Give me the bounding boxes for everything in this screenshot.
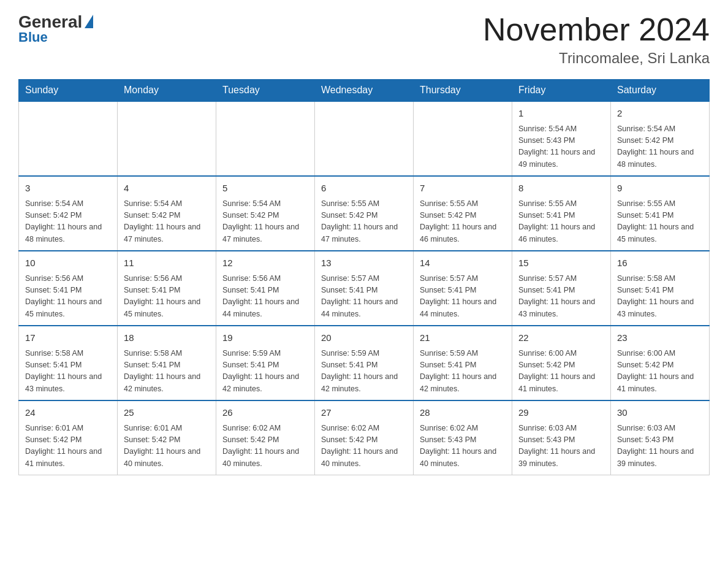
day-info: Sunrise: 5:56 AM Sunset: 5:41 PM Dayligh…: [222, 273, 308, 321]
day-number: 28: [420, 406, 506, 420]
calendar-cell: 15Sunrise: 5:57 AM Sunset: 5:41 PM Dayli…: [512, 251, 611, 326]
day-number: 21: [420, 331, 506, 345]
weekday-header-friday: Friday: [512, 80, 611, 102]
day-number: 23: [617, 331, 703, 345]
day-info: Sunrise: 6:02 AM Sunset: 5:42 PM Dayligh…: [321, 423, 407, 470]
calendar-cell: 22Sunrise: 6:00 AM Sunset: 5:42 PM Dayli…: [512, 326, 611, 400]
day-number: 29: [518, 406, 604, 420]
day-number: 27: [321, 406, 407, 420]
calendar-table: SundayMondayTuesdayWednesdayThursdayFrid…: [18, 79, 710, 475]
location-subtitle: Trincomalee, Sri Lanka: [483, 50, 710, 67]
day-info: Sunrise: 5:54 AM Sunset: 5:42 PM Dayligh…: [124, 198, 210, 246]
day-number: 16: [617, 256, 703, 270]
day-number: 11: [124, 256, 210, 270]
calendar-cell: 6Sunrise: 5:55 AM Sunset: 5:42 PM Daylig…: [315, 176, 414, 251]
day-number: 22: [518, 331, 604, 345]
day-number: 20: [321, 331, 407, 345]
calendar-cell: 4Sunrise: 5:54 AM Sunset: 5:42 PM Daylig…: [118, 176, 216, 251]
calendar-cell: 13Sunrise: 5:57 AM Sunset: 5:41 PM Dayli…: [315, 251, 414, 326]
calendar-cell: 11Sunrise: 5:56 AM Sunset: 5:41 PM Dayli…: [118, 251, 216, 326]
calendar-week-row: 17Sunrise: 5:58 AM Sunset: 5:41 PM Dayli…: [19, 326, 710, 400]
day-info: Sunrise: 5:54 AM Sunset: 5:42 PM Dayligh…: [25, 198, 111, 246]
day-info: Sunrise: 5:56 AM Sunset: 5:41 PM Dayligh…: [25, 273, 111, 321]
calendar-cell: 17Sunrise: 5:58 AM Sunset: 5:41 PM Dayli…: [19, 326, 118, 400]
calendar-cell: 20Sunrise: 5:59 AM Sunset: 5:41 PM Dayli…: [315, 326, 414, 400]
calendar-cell: 24Sunrise: 6:01 AM Sunset: 5:42 PM Dayli…: [19, 400, 118, 475]
page-header: General Blue November 2024 Trincomalee, …: [18, 12, 710, 67]
day-info: Sunrise: 6:02 AM Sunset: 5:42 PM Dayligh…: [222, 423, 308, 470]
calendar-cell: 28Sunrise: 6:02 AM Sunset: 5:43 PM Dayli…: [414, 400, 512, 475]
day-number: 7: [420, 182, 506, 196]
day-number: 25: [124, 406, 210, 420]
day-number: 10: [25, 256, 111, 270]
day-info: Sunrise: 6:00 AM Sunset: 5:42 PM Dayligh…: [617, 348, 703, 396]
calendar-cell: [118, 101, 216, 176]
day-info: Sunrise: 6:03 AM Sunset: 5:43 PM Dayligh…: [617, 423, 703, 470]
calendar-cell: 18Sunrise: 5:58 AM Sunset: 5:41 PM Dayli…: [118, 326, 216, 400]
calendar-week-row: 10Sunrise: 5:56 AM Sunset: 5:41 PM Dayli…: [19, 251, 710, 326]
day-info: Sunrise: 5:54 AM Sunset: 5:42 PM Dayligh…: [617, 123, 703, 171]
day-info: Sunrise: 5:58 AM Sunset: 5:41 PM Dayligh…: [617, 273, 703, 321]
day-number: 3: [25, 182, 111, 196]
calendar-cell: [414, 101, 512, 176]
calendar-cell: 5Sunrise: 5:54 AM Sunset: 5:42 PM Daylig…: [216, 176, 315, 251]
day-number: 9: [617, 182, 703, 196]
day-number: 12: [222, 256, 308, 270]
month-year-title: November 2024: [483, 12, 710, 47]
weekday-header-saturday: Saturday: [611, 80, 710, 102]
calendar-cell: 26Sunrise: 6:02 AM Sunset: 5:42 PM Dayli…: [216, 400, 315, 475]
day-number: 6: [321, 182, 407, 196]
day-info: Sunrise: 5:54 AM Sunset: 5:42 PM Dayligh…: [222, 198, 308, 246]
weekday-header-monday: Monday: [118, 80, 216, 102]
day-number: 13: [321, 256, 407, 270]
day-number: 1: [518, 107, 604, 121]
calendar-cell: 23Sunrise: 6:00 AM Sunset: 5:42 PM Dayli…: [611, 326, 710, 400]
calendar-cell: 30Sunrise: 6:03 AM Sunset: 5:43 PM Dayli…: [611, 400, 710, 475]
weekday-header-row: SundayMondayTuesdayWednesdayThursdayFrid…: [19, 80, 710, 102]
day-info: Sunrise: 5:57 AM Sunset: 5:41 PM Dayligh…: [420, 273, 506, 321]
calendar-cell: 7Sunrise: 5:55 AM Sunset: 5:42 PM Daylig…: [414, 176, 512, 251]
day-info: Sunrise: 5:57 AM Sunset: 5:41 PM Dayligh…: [321, 273, 407, 321]
day-info: Sunrise: 5:54 AM Sunset: 5:43 PM Dayligh…: [518, 123, 604, 171]
day-number: 14: [420, 256, 506, 270]
calendar-cell: [315, 101, 414, 176]
weekday-header-tuesday: Tuesday: [216, 80, 315, 102]
calendar-cell: 14Sunrise: 5:57 AM Sunset: 5:41 PM Dayli…: [414, 251, 512, 326]
calendar-cell: 10Sunrise: 5:56 AM Sunset: 5:41 PM Dayli…: [19, 251, 118, 326]
day-info: Sunrise: 5:59 AM Sunset: 5:41 PM Dayligh…: [222, 348, 308, 396]
day-number: 24: [25, 406, 111, 420]
day-info: Sunrise: 5:59 AM Sunset: 5:41 PM Dayligh…: [321, 348, 407, 396]
logo-blue-text: Blue: [18, 29, 48, 45]
day-number: 30: [617, 406, 703, 420]
day-info: Sunrise: 5:59 AM Sunset: 5:41 PM Dayligh…: [420, 348, 506, 396]
day-info: Sunrise: 5:57 AM Sunset: 5:41 PM Dayligh…: [518, 273, 604, 321]
calendar-cell: 21Sunrise: 5:59 AM Sunset: 5:41 PM Dayli…: [414, 326, 512, 400]
day-info: Sunrise: 6:00 AM Sunset: 5:42 PM Dayligh…: [518, 348, 604, 396]
day-number: 26: [222, 406, 308, 420]
calendar-cell: 27Sunrise: 6:02 AM Sunset: 5:42 PM Dayli…: [315, 400, 414, 475]
day-number: 8: [518, 182, 604, 196]
day-info: Sunrise: 6:03 AM Sunset: 5:43 PM Dayligh…: [518, 423, 604, 470]
calendar-cell: 16Sunrise: 5:58 AM Sunset: 5:41 PM Dayli…: [611, 251, 710, 326]
logo-triangle-icon: [85, 15, 93, 28]
day-info: Sunrise: 6:01 AM Sunset: 5:42 PM Dayligh…: [124, 423, 210, 470]
day-number: 17: [25, 331, 111, 345]
day-info: Sunrise: 5:55 AM Sunset: 5:41 PM Dayligh…: [518, 198, 604, 246]
day-number: 5: [222, 182, 308, 196]
calendar-cell: 2Sunrise: 5:54 AM Sunset: 5:42 PM Daylig…: [611, 101, 710, 176]
weekday-header-sunday: Sunday: [19, 80, 118, 102]
day-info: Sunrise: 5:55 AM Sunset: 5:42 PM Dayligh…: [420, 198, 506, 246]
calendar-week-row: 1Sunrise: 5:54 AM Sunset: 5:43 PM Daylig…: [19, 101, 710, 176]
day-info: Sunrise: 6:01 AM Sunset: 5:42 PM Dayligh…: [25, 423, 111, 470]
calendar-cell: 25Sunrise: 6:01 AM Sunset: 5:42 PM Dayli…: [118, 400, 216, 475]
day-info: Sunrise: 6:02 AM Sunset: 5:43 PM Dayligh…: [420, 423, 506, 470]
day-info: Sunrise: 5:55 AM Sunset: 5:42 PM Dayligh…: [321, 198, 407, 246]
calendar-cell: 8Sunrise: 5:55 AM Sunset: 5:41 PM Daylig…: [512, 176, 611, 251]
day-number: 18: [124, 331, 210, 345]
calendar-cell: 19Sunrise: 5:59 AM Sunset: 5:41 PM Dayli…: [216, 326, 315, 400]
logo: General Blue: [18, 12, 93, 45]
day-number: 4: [124, 182, 210, 196]
calendar-week-row: 24Sunrise: 6:01 AM Sunset: 5:42 PM Dayli…: [19, 400, 710, 475]
weekday-header-wednesday: Wednesday: [315, 80, 414, 102]
calendar-cell: [19, 101, 118, 176]
